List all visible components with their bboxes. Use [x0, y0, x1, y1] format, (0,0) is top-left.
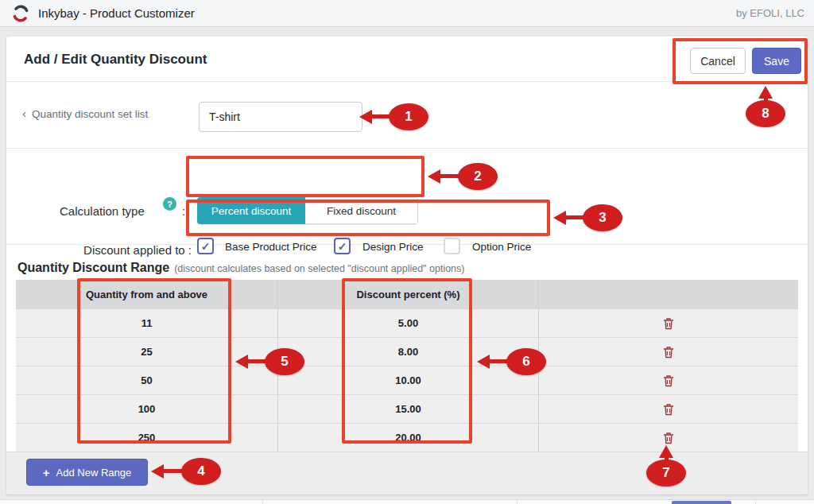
actions-cell	[539, 309, 798, 337]
base-product-price-checkbox[interactable]: ✓	[197, 238, 214, 254]
calculation-type-toggle: Percent discount Fixed discount	[197, 197, 418, 224]
partial-button	[672, 501, 731, 504]
save-button[interactable]: Save	[752, 48, 801, 74]
divider	[262, 500, 263, 504]
help-icon[interactable]: ?	[163, 197, 176, 211]
percent-cell: 15.00	[278, 395, 539, 423]
annotation-marker-7: 7	[646, 459, 686, 487]
plus-icon: +	[43, 466, 50, 479]
cancel-button[interactable]: Cancel	[690, 48, 746, 74]
next-section-partial	[0, 499, 814, 504]
app-top-bar: Inkybay - Product Customizer by EFOLI, L…	[0, 0, 814, 27]
page-title: Add / Edit Quantity Discount	[24, 37, 207, 82]
quantity-cell: 250	[16, 424, 278, 452]
table-row: 100 15.00	[16, 394, 798, 423]
option-price-label: Option Price	[472, 241, 531, 253]
percent-cell: 5.00	[278, 309, 539, 337]
annotation-marker-2: 2	[458, 163, 498, 190]
calculation-section: Calculation type ? : Percent discount Fi…	[6, 149, 808, 245]
back-link-label: Quantity discount set list	[32, 108, 148, 120]
table-row: 11 5.00	[16, 308, 798, 337]
divider	[517, 500, 517, 504]
check-icon: ✓	[338, 240, 347, 253]
check-icon: ✓	[201, 240, 211, 253]
card-header: Add / Edit Quantity Discount Cancel Save	[6, 37, 808, 82]
app-title: Inkybay - Product Customizer	[38, 6, 195, 20]
delete-range-button[interactable]	[661, 401, 676, 417]
calculation-type-label: Calculation type	[60, 204, 145, 218]
back-chevron-icon: ‹	[22, 107, 26, 120]
actions-cell	[539, 366, 798, 394]
actions-cell	[539, 395, 798, 423]
delete-range-button[interactable]	[661, 344, 676, 360]
actions-cell	[539, 338, 798, 366]
annotation-marker-8: 8	[746, 100, 785, 127]
table-row: 50 10.00	[16, 366, 798, 394]
quantity-cell: 11	[16, 309, 278, 337]
vendor-byline: by EFOLI, LLC	[736, 7, 804, 19]
discount-set-name-input[interactable]	[199, 102, 362, 132]
annotation-marker-3: 3	[583, 204, 622, 231]
actions-column-header	[539, 280, 798, 308]
delete-range-button[interactable]	[661, 373, 676, 389]
option-price-checkbox[interactable]	[444, 238, 460, 254]
quantity-cell: 100	[16, 395, 278, 423]
range-section-title-row: Quantity Discount Range (discount calcul…	[17, 261, 464, 275]
table-footer: + Add New Range	[6, 452, 808, 494]
quantity-column-header: Quantity from and above	[16, 280, 278, 308]
back-to-set-list-link[interactable]: ‹Quantity discount set list	[22, 107, 148, 120]
range-section-subtitle: (discount calculates based on selected "…	[174, 263, 464, 274]
annotation-marker-5: 5	[265, 348, 304, 375]
inkybay-admin-screen: Inkybay - Product Customizer by EFOLI, L…	[0, 0, 814, 504]
discount-applied-to-label: Discount applied to :	[54, 243, 192, 257]
range-section-title: Quantity Discount Range	[17, 261, 169, 275]
annotation-marker-1: 1	[389, 103, 428, 130]
add-new-range-button[interactable]: + Add New Range	[26, 459, 148, 486]
design-price-checkbox[interactable]: ✓	[334, 238, 351, 254]
percent-discount-toggle[interactable]: Percent discount	[197, 197, 305, 224]
annotation-marker-4: 4	[181, 458, 221, 485]
percent-cell: 20.00	[278, 424, 539, 452]
table-row: 250 20.00	[16, 423, 798, 452]
delete-range-button[interactable]	[661, 316, 676, 331]
delete-range-button[interactable]	[661, 430, 676, 446]
table-header-row: Quantity from and above Discount percent…	[16, 280, 798, 308]
quantity-cell: 50	[16, 366, 278, 394]
table-row: 25 8.00	[16, 337, 798, 366]
percent-column-header: Discount percent (%)	[278, 280, 539, 308]
divider	[755, 500, 756, 504]
discount-range-table: Quantity from and above Discount percent…	[16, 280, 798, 452]
percent-cell: 10.00	[278, 366, 539, 394]
design-price-label: Design Price	[362, 241, 424, 253]
inkybay-logo-icon	[11, 4, 30, 23]
fixed-discount-toggle[interactable]: Fixed discount	[305, 197, 418, 224]
calculation-colon: :	[182, 204, 185, 218]
annotation-marker-6: 6	[506, 348, 546, 375]
base-product-price-label: Base Product Price	[225, 241, 317, 253]
add-new-range-label: Add New Range	[56, 467, 132, 479]
